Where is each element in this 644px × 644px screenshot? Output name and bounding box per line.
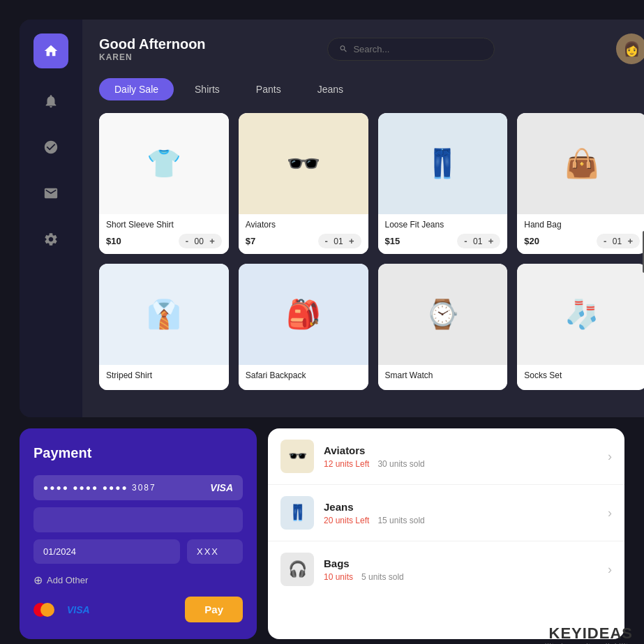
payment-panel: Payment ●●●● ●●●● ●●●● 3087 VISA 01/2024… bbox=[20, 428, 257, 639]
card-number-field[interactable]: ●●●● ●●●● ●●●● 3087 VISA bbox=[33, 475, 243, 500]
product-name-handbag: Hand Bag bbox=[524, 220, 640, 230]
product-card-striped-shirt[interactable]: 👔 Striped Shirt bbox=[99, 264, 229, 390]
tab-pants[interactable]: Pants bbox=[241, 78, 297, 100]
product-name-socks: Socks Set bbox=[524, 370, 640, 380]
order-chevron-aviators: › bbox=[608, 449, 612, 464]
qty-minus-shirt[interactable]: - bbox=[184, 236, 190, 246]
qty-plus-aviators[interactable]: + bbox=[347, 236, 356, 246]
product-image-watch: ⌚ bbox=[378, 264, 508, 365]
qty-control-aviators: - 01 + bbox=[318, 234, 361, 248]
product-info-backpack: Safari Backpack bbox=[239, 365, 368, 390]
visa-icon-text: VISA bbox=[67, 604, 90, 615]
main-content: Good Afternoon KAREN 👩 Daily Sale Shirts… bbox=[82, 20, 644, 417]
greeting: Good Afternoon KAREN bbox=[99, 36, 206, 62]
units-sold-jeans: 15 units sold bbox=[377, 516, 424, 525]
product-name-backpack: Safari Backpack bbox=[246, 370, 361, 380]
qty-plus-jeans[interactable]: + bbox=[487, 236, 495, 246]
search-input[interactable] bbox=[353, 44, 482, 54]
cvv-value: xxx bbox=[197, 546, 219, 557]
card-expiry-field[interactable]: 01/2024 bbox=[33, 539, 180, 564]
order-item-bags[interactable]: 🎧 Bags 10 units 5 units sold › bbox=[268, 541, 624, 597]
bottom-section: Payment ●●●● ●●●● ●●●● 3087 VISA 01/2024… bbox=[20, 428, 624, 639]
order-details-aviators: Aviators 12 units Left 30 units sold bbox=[324, 444, 608, 469]
add-other-row[interactable]: ⊕ Add Other bbox=[33, 574, 243, 587]
product-price-row-shirt: $10 - 00 + bbox=[106, 234, 222, 248]
order-item-jeans[interactable]: 👖 Jeans 20 units Left 15 units sold › bbox=[268, 485, 624, 541]
sidebar-home-button[interactable] bbox=[33, 33, 68, 68]
sidebar bbox=[20, 20, 82, 417]
order-name-aviators: Aviators bbox=[324, 444, 608, 456]
order-details-jeans: Jeans 20 units Left 15 units sold bbox=[324, 501, 608, 525]
sidebar-bell-icon[interactable] bbox=[38, 88, 64, 114]
product-price-handbag: $20 bbox=[524, 236, 539, 246]
qty-control-shirt: - 00 + bbox=[179, 234, 222, 248]
product-card-aviators[interactable]: 🕶️ Aviators $7 - 01 + bbox=[239, 113, 368, 254]
search-bar[interactable] bbox=[327, 38, 495, 61]
visa-logo: VISA bbox=[210, 482, 233, 493]
add-other-label: Add Other bbox=[47, 575, 88, 585]
header: Good Afternoon KAREN 👩 bbox=[99, 33, 644, 64]
order-name-bags: Bags bbox=[324, 557, 608, 569]
expiry-value: 01/2024 bbox=[43, 546, 76, 557]
units-sold-bags: 5 units sold bbox=[361, 572, 404, 582]
order-stats-aviators: 12 units Left 30 units sold bbox=[324, 459, 608, 469]
sidebar-badge-icon[interactable] bbox=[38, 134, 64, 160]
qty-minus-jeans[interactable]: - bbox=[463, 236, 468, 246]
card-name-field[interactable] bbox=[33, 507, 243, 532]
product-card-handbag[interactable]: 👜 Hand Bag $20 - 01 + bbox=[517, 113, 644, 254]
product-card-shirt[interactable]: 👕 Short Sleeve Shirt $10 - 00 + bbox=[99, 113, 229, 254]
card-cvv-field[interactable]: xxx bbox=[187, 539, 243, 564]
order-name-jeans: Jeans bbox=[324, 501, 608, 513]
product-info-jeans: Loose Fit Jeans $15 - 01 + bbox=[378, 214, 508, 254]
tab-daily-sale[interactable]: Daily Sale bbox=[99, 78, 174, 100]
product-card-socks[interactable]: 🧦 Socks Set bbox=[517, 264, 644, 390]
tab-shirts[interactable]: Shirts bbox=[179, 78, 235, 100]
product-price-aviators: $7 bbox=[246, 236, 255, 246]
units-left-jeans: 20 units Left bbox=[324, 516, 369, 525]
greeting-user: KAREN bbox=[99, 52, 206, 62]
qty-value-aviators: 01 bbox=[333, 237, 344, 246]
product-grid: 👕 Short Sleeve Shirt $10 - 00 + bbox=[99, 113, 644, 390]
units-left-aviators: 12 units Left bbox=[324, 459, 369, 469]
order-chevron-bags: › bbox=[608, 562, 612, 577]
tab-bar: Daily Sale Shirts Pants Jeans bbox=[99, 78, 644, 100]
qty-value-shirt: 00 bbox=[193, 237, 204, 246]
qty-minus-aviators[interactable]: - bbox=[324, 236, 329, 246]
pay-button[interactable]: Pay bbox=[185, 597, 243, 622]
product-info-handbag: Hand Bag $20 - 01 + bbox=[517, 214, 644, 254]
card-icons: VISA bbox=[33, 602, 90, 617]
qty-plus-handbag[interactable]: + bbox=[626, 236, 634, 246]
qty-plus-shirt[interactable]: + bbox=[208, 236, 216, 246]
tab-jeans[interactable]: Jeans bbox=[302, 78, 359, 100]
order-item-aviators[interactable]: 🕶️ Aviators 12 units Left 30 units sold … bbox=[268, 428, 624, 485]
sidebar-mail-icon[interactable] bbox=[38, 180, 64, 207]
product-card-backpack[interactable]: 🎒 Safari Backpack bbox=[239, 264, 368, 390]
product-image-striped-shirt: 👔 bbox=[99, 264, 229, 365]
product-image-socks: 🧦 bbox=[517, 264, 644, 365]
sidebar-settings-icon[interactable] bbox=[38, 226, 64, 253]
branding: KEYIDEAS agility·ingenuity·reliability bbox=[536, 624, 633, 644]
order-stats-bags: 10 units 5 units sold bbox=[324, 572, 608, 582]
payment-title: Payment bbox=[33, 445, 243, 461]
mastercard-circle-right bbox=[40, 603, 54, 617]
units-sold-aviators: 30 units sold bbox=[377, 459, 424, 469]
order-stats-jeans: 20 units Left 15 units sold bbox=[324, 516, 608, 525]
payment-footer: VISA Pay bbox=[33, 597, 243, 622]
product-card-watch[interactable]: ⌚ Smart Watch bbox=[378, 264, 508, 390]
product-info-striped-shirt: Striped Shirt bbox=[99, 365, 229, 390]
units-left-bags: 10 units bbox=[324, 572, 353, 582]
user-avatar[interactable]: 👩 bbox=[616, 33, 644, 64]
order-thumb-jeans: 👖 bbox=[280, 496, 314, 530]
order-thumb-bags: 🎧 bbox=[280, 553, 314, 586]
orders-panel: 🕶️ Aviators 12 units Left 30 units sold … bbox=[268, 428, 624, 639]
product-image-backpack: 🎒 bbox=[239, 264, 368, 365]
product-info-shirt: Short Sleeve Shirt $10 - 00 + bbox=[99, 214, 229, 254]
product-info-socks: Socks Set bbox=[517, 365, 644, 390]
product-card-jeans[interactable]: 👖 Loose Fit Jeans $15 - 01 + bbox=[378, 113, 508, 254]
product-name-aviators: Aviators bbox=[246, 220, 361, 230]
order-chevron-jeans: › bbox=[608, 506, 612, 521]
qty-control-handbag: - 01 + bbox=[597, 234, 640, 248]
product-name-jeans: Loose Fit Jeans bbox=[385, 220, 501, 230]
qty-minus-handbag[interactable]: - bbox=[602, 236, 608, 246]
product-name-striped-shirt: Striped Shirt bbox=[106, 370, 222, 380]
